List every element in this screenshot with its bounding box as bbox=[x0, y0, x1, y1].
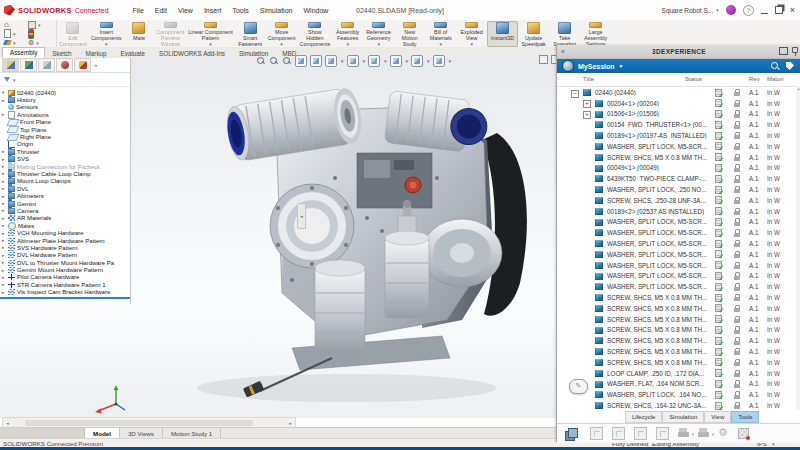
table-row[interactable]: SCREW, SHCS, .164-32 UNC-3A...✓A.1In W bbox=[557, 400, 800, 411]
section-view-icon[interactable] bbox=[295, 55, 307, 67]
column-header-maturi[interactable]: Maturi bbox=[767, 76, 799, 82]
restore-button[interactable] bbox=[775, 6, 783, 14]
table-row[interactable]: SCREW, SHCS, M5 X 0.8 MM TH...✓A.1In W bbox=[557, 314, 800, 325]
tree-item-altimeter-plate-hardware-pattern[interactable]: ▸Altimeter Plate Hardware Pattern bbox=[0, 237, 130, 244]
tag-icon[interactable] bbox=[786, 62, 794, 70]
options-gear-icon[interactable]: ⚙▾ bbox=[28, 38, 52, 47]
tab-dimxpert-manager[interactable] bbox=[56, 58, 73, 72]
account-menu[interactable]: Square Robot S...▾ bbox=[662, 7, 719, 14]
large-assembly-settings-button[interactable]: Large Assembly Settings bbox=[580, 21, 611, 47]
edit-appearance-icon[interactable] bbox=[390, 55, 402, 67]
tree-item-mating-connectors-for-fitcheck[interactable]: ▸Mating Connectors for Fitcheck bbox=[0, 163, 130, 170]
view-orientation-icon[interactable] bbox=[325, 55, 337, 67]
table-row[interactable]: SCREW, SHCS, M5 X 0.8 MM TH...✓A.1In W bbox=[557, 152, 800, 163]
settings-gear-icon[interactable] bbox=[718, 428, 729, 439]
workspace-icon[interactable]: ▾ bbox=[28, 20, 52, 29]
tree-item-svs-hardware-pattern[interactable]: ▸SVS Hardware Pattern bbox=[0, 244, 130, 251]
previous-view-icon[interactable] bbox=[282, 56, 292, 66]
tree-item-camera[interactable]: ▸Camera bbox=[0, 207, 130, 214]
table-row[interactable]: WASHER, SPLIT LOCK, M5-SCR...✓A.1In W bbox=[557, 271, 800, 282]
zoom-to-fit-icon[interactable] bbox=[256, 56, 266, 66]
scroll-left-icon[interactable]: ◂ bbox=[3, 420, 12, 426]
tree-item-sensors[interactable]: Sensors bbox=[0, 104, 130, 111]
scroll-right-icon[interactable]: ▸ bbox=[286, 420, 295, 426]
table-row[interactable]: WASHER, SPLIT LOCK, M5-SCR...✓A.1In W bbox=[557, 238, 800, 249]
tree-item-right-plane[interactable]: Right Plane bbox=[0, 133, 130, 140]
collaborative-lifecycle-icon[interactable] bbox=[565, 428, 577, 440]
tab-sketch[interactable]: Sketch bbox=[45, 49, 78, 58]
insert-components-button[interactable]: Insert Components▾ bbox=[89, 21, 124, 47]
menu-tools[interactable]: Tools bbox=[232, 7, 248, 14]
table-row[interactable]: WASHER, SPLIT LOCK, .164 NO...✓A.1In W bbox=[557, 389, 800, 400]
assembly-features-button[interactable]: Assembly Features▾ bbox=[332, 21, 363, 47]
tree-item-mount-loop-clamps[interactable]: ▸Mount Loop Clamps bbox=[0, 178, 130, 185]
mysession-bar[interactable]: MySession ▼ bbox=[557, 59, 800, 73]
instant3d-button[interactable]: Instant3D bbox=[487, 21, 518, 47]
table-row[interactable]: WASHER, SPLIT LOCK, M5-SCR...✓A.1In W bbox=[557, 217, 800, 228]
panel-tab-lifecycle[interactable]: Lifecycle bbox=[625, 411, 662, 423]
tree-item-dvl[interactable]: ▸DVL bbox=[0, 185, 130, 192]
revision-graph-icon[interactable] bbox=[656, 427, 669, 440]
panel-tab-view[interactable]: View bbox=[704, 411, 731, 423]
tree-item-altimeters[interactable]: ▸Altimeters bbox=[0, 192, 130, 199]
new-document-icon[interactable]: ▾ bbox=[4, 29, 28, 38]
menu-file[interactable]: File bbox=[133, 7, 144, 14]
panel-tab-tools[interactable]: Tools bbox=[731, 411, 759, 423]
table-row[interactable]: SCREW, SHCS, M5 X 0.8 MM TH...✓A.1In W bbox=[557, 357, 800, 368]
apply-scene-icon[interactable] bbox=[411, 55, 423, 67]
more-tabs-icon[interactable]: » bbox=[94, 62, 97, 68]
tab-display-manager[interactable] bbox=[74, 58, 91, 72]
hide-show-items-icon[interactable] bbox=[368, 55, 380, 67]
menu-simulation[interactable]: Simulation bbox=[260, 7, 293, 14]
column-header-rev[interactable]: Rev bbox=[749, 76, 760, 82]
smart-fasteners-button[interactable]: Smart Fasteners bbox=[235, 21, 266, 47]
tree-item-thruster-cable-loop-clamp[interactable]: ▸Thruster Cable Loop Clamp bbox=[0, 170, 130, 177]
tree-item-dvl-to-thruster-mount-hardware-pa[interactable]: ▸DVL to Thruster Mount Hardware Pa bbox=[0, 259, 130, 266]
view-settings-icon[interactable] bbox=[433, 55, 445, 67]
print-icon[interactable]: ▾ bbox=[678, 428, 689, 439]
scrollbar-thumb[interactable] bbox=[25, 420, 253, 426]
expand-toggle-icon[interactable]: + bbox=[583, 111, 591, 119]
tab-assembly[interactable]: Assembly bbox=[2, 47, 45, 58]
filter-dropdown-icon[interactable]: ▾ bbox=[13, 77, 16, 83]
tree-item-origin[interactable]: Origin bbox=[0, 141, 130, 148]
dynamic-annotation-views-icon[interactable] bbox=[310, 55, 322, 67]
table-row[interactable]: WASHER, SPLIT LOCK, M5-SCR...✓A.1In W bbox=[557, 281, 800, 292]
table-row[interactable]: SCREW, SHCS, M5 X 0.8 MM TH...✓A.1In W bbox=[557, 335, 800, 346]
tab-feature-tree[interactable] bbox=[2, 58, 19, 72]
table-row[interactable]: WASHER, SPLIT LOCK, M5-SCR...✓A.1In W bbox=[557, 249, 800, 260]
menu-view[interactable]: View bbox=[178, 7, 193, 14]
table-row[interactable]: 00189<1> (00197-AS_INSTALLED)✓A.1In W bbox=[557, 130, 800, 141]
barcode-icon[interactable] bbox=[634, 427, 647, 440]
tab-solidworks-add-ins[interactable]: SOLIDWORKS Add-Ins bbox=[152, 49, 232, 58]
panel-vertical-scrollbar[interactable]: ▴ bbox=[796, 86, 800, 410]
bill-of-materials-button[interactable]: Bill of Materials▾ bbox=[425, 21, 456, 47]
tree-item-history[interactable]: ▸History bbox=[0, 96, 130, 103]
table-row[interactable]: 6439KT50_TWO-PIECE CLAMP-...✓A.1In W bbox=[557, 173, 800, 184]
tree-item-02440-02440-[interactable]: ▾02440 (02440) bbox=[0, 89, 130, 96]
help-button[interactable]: ? bbox=[743, 5, 754, 16]
relations-icon[interactable] bbox=[590, 427, 603, 440]
display-style-icon[interactable] bbox=[347, 55, 359, 67]
column-header-title[interactable]: Title bbox=[583, 76, 594, 82]
expand-toggle-icon[interactable]: − bbox=[571, 90, 579, 98]
tree-item-pilot-camera-hardware[interactable]: ▸Pilot Camera Hardware bbox=[0, 274, 130, 281]
menu-insert[interactable]: Insert bbox=[204, 7, 222, 14]
rollback-bar[interactable] bbox=[0, 297, 130, 299]
home-icon[interactable]: ⌂ bbox=[4, 20, 28, 29]
reference-geometry-button[interactable]: Reference Geometry▾ bbox=[363, 21, 394, 47]
new-content-icon[interactable] bbox=[612, 427, 625, 440]
tree-item-vis-inspect-cam-bracket-hardware[interactable]: ▸Vis Inspect Cam Bracket Hardware bbox=[0, 289, 130, 296]
tree-item-dvl-hardware-pattern[interactable]: ▸DVL Hardware Pattern bbox=[0, 252, 130, 259]
tab-configuration-manager[interactable] bbox=[38, 58, 55, 72]
menu-window[interactable]: Window bbox=[303, 7, 328, 14]
popout-icon[interactable] bbox=[779, 47, 788, 55]
update-speedpak-button[interactable]: Update Speedpak bbox=[518, 21, 549, 47]
filter-icon[interactable] bbox=[4, 77, 10, 82]
table-row[interactable]: SCREW, SHCS, M5 X 0.8 MM TH...✓A.1In W bbox=[557, 303, 800, 314]
dock-panel-icon[interactable] bbox=[539, 55, 548, 64]
action-pad-handle[interactable]: ✎ bbox=[569, 379, 588, 394]
search-icon[interactable] bbox=[770, 61, 780, 71]
user-avatar[interactable] bbox=[726, 5, 736, 15]
expand-toggle-icon[interactable]: + bbox=[583, 100, 591, 108]
